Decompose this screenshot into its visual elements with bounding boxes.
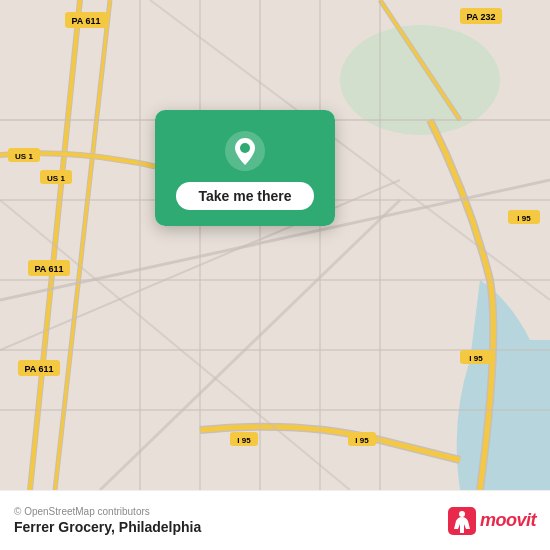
svg-text:PA 611: PA 611 [24,364,53,374]
svg-text:I 95: I 95 [355,436,369,445]
svg-text:US 1: US 1 [47,174,65,183]
popup-top: Take me there [155,110,335,226]
take-me-there-button[interactable]: Take me there [176,182,313,210]
svg-text:I 95: I 95 [237,436,251,445]
svg-text:PA 611: PA 611 [34,264,63,274]
bottom-text-area: © OpenStreetMap contributors Ferrer Groc… [14,506,448,535]
svg-text:PA 232: PA 232 [466,12,495,22]
moovit-brand-icon [448,507,476,535]
map-svg: PA 611 US 1 US 1 PA 611 PA 611 PA 232 I … [0,0,550,490]
moovit-text: moovit [480,510,536,531]
svg-text:I 95: I 95 [469,354,483,363]
map-container: PA 611 US 1 US 1 PA 611 PA 611 PA 232 I … [0,0,550,490]
svg-point-44 [240,143,250,153]
bottom-bar: © OpenStreetMap contributors Ferrer Groc… [0,490,550,550]
popup-card: Take me there [155,110,335,226]
svg-text:US 1: US 1 [15,152,33,161]
moovit-logo: moovit [448,507,536,535]
svg-point-1 [340,25,500,135]
attribution-text: © OpenStreetMap contributors [14,506,448,517]
svg-point-46 [459,511,465,517]
svg-text:PA 611: PA 611 [71,16,100,26]
place-name-text: Ferrer Grocery, Philadelphia [14,519,448,535]
svg-text:I 95: I 95 [517,214,531,223]
location-pin-icon [224,130,266,172]
